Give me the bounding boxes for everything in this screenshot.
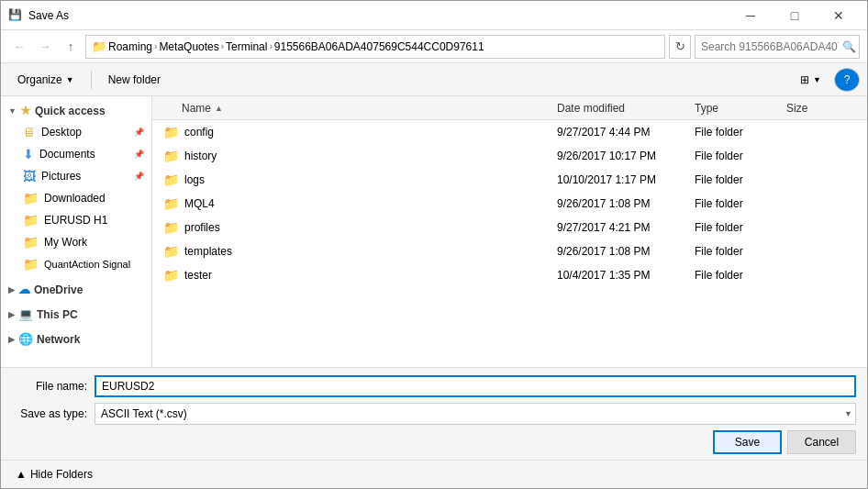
column-type[interactable]: Type (695, 102, 786, 115)
file-name-cell: 📁 profiles (160, 220, 557, 235)
table-row[interactable]: 📁 config 9/27/2017 4:44 PM File folder (152, 120, 867, 144)
minimize-button[interactable]: ─ (729, 2, 772, 29)
up-button[interactable]: ↑ (60, 36, 82, 58)
table-row[interactable]: 📁 MQL4 9/26/2017 1:08 PM File folder (152, 192, 867, 216)
refresh-button[interactable]: ↻ (669, 35, 691, 59)
cancel-button[interactable]: Cancel (787, 430, 856, 454)
breadcrumb-arrow-2: › (221, 41, 224, 51)
pictures-pin-icon: 📌 (134, 172, 144, 181)
organize-chevron-icon: ▼ (66, 75, 74, 84)
file-name: profiles (184, 221, 220, 234)
save-as-dialog: 💾 Save As ─ □ ✕ ← → ↑ 📁 Roaming › MetaQu… (0, 0, 868, 489)
breadcrumb-terminal: Terminal (226, 40, 267, 53)
file-date-cell: 9/26/2017 1:08 PM (557, 197, 695, 210)
file-name: logs (184, 173, 205, 186)
breadcrumb-roaming: Roaming (108, 40, 152, 53)
column-size-label: Size (786, 102, 807, 115)
address-bar: ← → ↑ 📁 Roaming › MetaQuotes › Terminal … (1, 30, 867, 63)
table-row[interactable]: 📁 logs 10/10/2017 1:17 PM File folder (152, 168, 867, 192)
file-date-cell: 9/27/2017 4:21 PM (557, 221, 695, 234)
sidebar-item-documents-label: Documents (39, 148, 95, 161)
network-chevron-icon: ▶ (8, 335, 15, 344)
thispc-icon: 💻 (18, 307, 33, 321)
desktop-folder-icon: 🖥 (23, 125, 36, 139)
mywork-folder-icon: 📁 (23, 235, 39, 250)
sidebar-item-pictures[interactable]: 🖼 Pictures 📌 (1, 165, 151, 187)
view-button[interactable]: ⊞ ▼ (791, 68, 830, 92)
hide-folders-label: Hide Folders (30, 468, 93, 481)
file-name-cell: 📁 config (160, 125, 557, 139)
hide-folders-row: ▲ Hide Folders (1, 460, 867, 488)
sidebar-item-eurusd[interactable]: 📁 EURUSD H1 (1, 209, 151, 231)
file-name-cell: 📁 logs (160, 172, 557, 187)
sort-arrow-icon: ▲ (215, 104, 223, 113)
saveastype-select[interactable]: ASCII Text (*.csv)CSV (*.csv)Excel (*.xl… (95, 403, 856, 425)
file-date-cell: 10/10/2017 1:17 PM (557, 173, 695, 186)
column-date[interactable]: Date modified (557, 102, 695, 115)
file-name: history (184, 150, 217, 162)
table-row[interactable]: 📁 profiles 9/27/2017 4:21 PM File folder (152, 216, 867, 239)
save-button[interactable]: Save (713, 430, 782, 454)
file-type-cell: File folder (695, 269, 786, 282)
maximize-button[interactable]: □ (773, 2, 816, 29)
thispc-chevron-icon: ▶ (8, 310, 15, 319)
file-name: templates (184, 245, 232, 258)
table-row[interactable]: 📁 history 9/26/2017 10:17 PM File folder (152, 144, 867, 168)
help-button[interactable]: ? (834, 68, 860, 92)
file-folder-icon: 📁 (163, 244, 179, 259)
downloaded-folder-icon: 📁 (23, 191, 39, 206)
table-row[interactable]: 📁 templates 9/26/2017 1:08 PM File folde… (152, 239, 867, 263)
file-type-cell: File folder (695, 197, 786, 210)
sidebar-group-onedrive-label: OneDrive (34, 283, 83, 296)
forward-button[interactable]: → (34, 36, 56, 58)
sidebar-group-network: ▶ 🌐 Network (1, 328, 151, 350)
filename-label: File name: (12, 380, 95, 393)
breadcrumb-arrow-1: › (154, 41, 157, 51)
sidebar-item-documents[interactable]: ⬇ Documents 📌 (1, 143, 151, 165)
column-name[interactable]: Name ▲ (160, 102, 557, 115)
bottom-area: File name: Save as type: ASCII Text (*.c… (1, 367, 867, 488)
view-chevron-icon: ▼ (813, 75, 821, 84)
eurusd-folder-icon: 📁 (23, 213, 39, 228)
sidebar-group-quickaccess-header[interactable]: ▼ ★ Quick access (1, 100, 151, 121)
search-box: 🔍 (695, 35, 860, 59)
sidebar-item-downloaded[interactable]: 📁 Downloaded (1, 187, 151, 209)
sidebar-group-thispc-header[interactable]: ▶ 💻 This PC (1, 304, 151, 325)
sidebar-group-onedrive: ▶ ☁ OneDrive (1, 279, 151, 300)
new-folder-button[interactable]: New folder (99, 68, 170, 92)
sidebar-item-quantaction-label: QuantAction Signal (44, 259, 130, 270)
quickaccess-star-icon: ★ (20, 104, 31, 117)
hide-folders-button[interactable]: ▲ Hide Folders (8, 464, 100, 484)
column-type-label: Type (695, 102, 718, 115)
file-name-cell: 📁 history (160, 149, 557, 163)
table-row[interactable]: 📁 tester 10/4/2017 1:35 PM File folder (152, 263, 867, 287)
sidebar-item-desktop[interactable]: 🖥 Desktop 📌 (1, 121, 151, 143)
file-type-cell: File folder (695, 245, 786, 258)
file-folder-icon: 📁 (163, 196, 179, 211)
organize-button[interactable]: Organize ▼ (8, 68, 83, 92)
sidebar-item-quantaction[interactable]: 📁 QuantAction Signal (1, 253, 151, 275)
cancel-label: Cancel (805, 436, 839, 449)
sidebar-group-network-header[interactable]: ▶ 🌐 Network (1, 328, 151, 350)
search-input[interactable] (701, 40, 839, 53)
address-breadcrumb[interactable]: 📁 Roaming › MetaQuotes › Terminal › 9155… (85, 35, 665, 59)
file-name-cell: 📁 MQL4 (160, 196, 557, 211)
file-name: MQL4 (184, 197, 215, 210)
close-button[interactable]: ✕ (818, 2, 860, 29)
breadcrumb-folder-icon: 📁 (92, 39, 106, 53)
column-size[interactable]: Size (786, 102, 860, 115)
sidebar-item-mywork[interactable]: 📁 My Work (1, 231, 151, 253)
sidebar-group-thispc-label: This PC (37, 308, 78, 321)
documents-folder-icon: ⬇ (23, 147, 34, 161)
file-folder-icon: 📁 (163, 268, 179, 283)
back-button[interactable]: ← (8, 36, 30, 58)
sidebar-item-eurusd-label: EURUSD H1 (44, 214, 107, 227)
dialog-title: Save As (28, 9, 729, 22)
sidebar-item-desktop-label: Desktop (41, 126, 82, 139)
documents-pin-icon: 📌 (134, 150, 144, 159)
window-controls: ─ □ ✕ (729, 2, 860, 29)
breadcrumb-id: 915566BA06ADA407569C544CC0D97611 (274, 40, 484, 53)
filename-input[interactable] (95, 375, 856, 397)
sidebar-group-onedrive-header[interactable]: ▶ ☁ OneDrive (1, 279, 151, 300)
file-type-cell: File folder (695, 126, 786, 139)
